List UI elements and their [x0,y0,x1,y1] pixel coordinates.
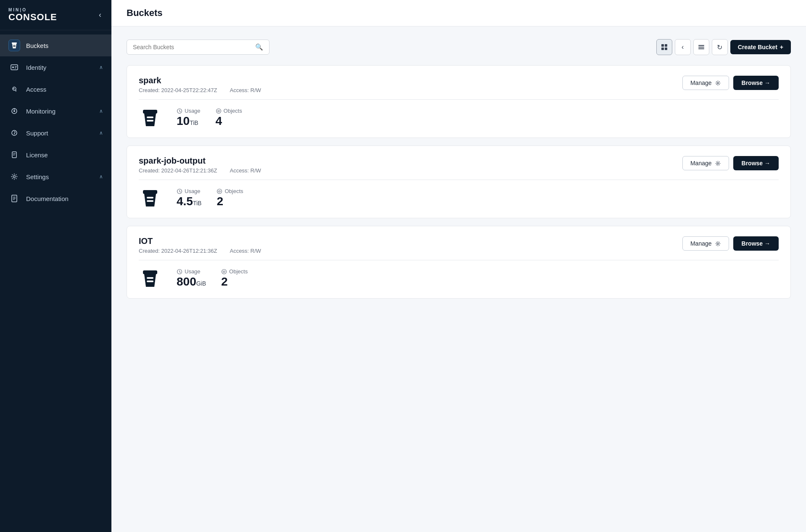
monitoring-icon [8,105,20,117]
support-chevron: ∧ [99,130,103,136]
manage-button-iot[interactable]: Manage [682,236,729,251]
svg-rect-27 [698,47,704,48]
sidebar-item-support[interactable]: Support ∧ [0,122,111,144]
bucket-card-header: spark-job-output Created: 2022-04-26T12:… [139,156,779,180]
sidebar-item-buckets[interactable]: Buckets [0,34,111,56]
access-icon [8,83,20,95]
objects-label: Objects [216,108,242,114]
svg-point-13 [12,130,17,135]
sidebar-item-documentation[interactable]: Documentation [0,188,111,209]
page-header: Buckets [111,0,806,26]
svg-rect-25 [665,48,667,50]
usage-icon [177,269,182,275]
search-icon: 🔍 [255,43,263,51]
svg-rect-15 [13,154,16,154]
bucket-meta: Created: 2022-04-26T12:21:36Z Access: R/… [139,167,261,174]
svg-point-11 [13,110,15,112]
svg-rect-26 [698,45,704,46]
bucket-meta: Created: 2022-04-26T12:21:36Z Access: R/… [139,248,261,254]
bucket-meta: Created: 2022-04-25T22:22:47Z Access: R/… [139,87,261,93]
svg-rect-37 [143,190,157,194]
objects-value: 4 [216,115,242,128]
manage-button-spark[interactable]: Manage [682,76,729,90]
svg-rect-5 [15,66,17,67]
sidebar-item-monitoring[interactable]: Monitoring ∧ [0,100,111,122]
bucket-access: Access: R/W [230,87,261,93]
settings-chevron: ∧ [99,174,103,180]
grid-view-button[interactable] [656,39,672,55]
search-input[interactable] [133,44,252,50]
documentation-icon [8,193,20,204]
bucket-stats: Usage 4.5TiB Objects 2 [139,187,779,209]
bucket-name: spark-job-output [139,156,261,166]
bucket-card-header: IOT Created: 2022-04-26T12:21:36Z Access… [139,236,779,260]
search-wrap: 🔍 [127,40,270,55]
create-bucket-button[interactable]: Create Bucket + [730,40,791,54]
usage-stat: Usage 800GiB [177,268,206,288]
objects-value: 2 [221,275,248,288]
usage-icon [177,188,182,194]
svg-rect-16 [13,155,15,155]
svg-rect-22 [661,44,664,47]
bucket-card-iot: IOT Created: 2022-04-26T12:21:36Z Access… [127,226,791,299]
usage-label: Usage [177,268,206,275]
bucket-created: Created: 2022-04-26T12:21:36Z [139,248,217,254]
bucket-name: spark [139,76,261,85]
bucket-info: spark-job-output Created: 2022-04-26T12:… [139,156,261,174]
logo: MIN|O CONSOLE [8,8,57,22]
usage-icon [177,108,182,114]
usage-stat: Usage 4.5TiB [177,188,201,208]
bucket-actions: Manage Browse → [682,76,779,90]
objects-icon [216,108,222,114]
bucket-icon-wrap [139,267,161,290]
bucket-card-header: spark Created: 2022-04-25T22:22:47Z Acce… [139,76,779,100]
bucket-info: IOT Created: 2022-04-26T12:21:36Z Access… [139,236,261,254]
refresh-button[interactable]: ↻ [712,39,728,55]
sidebar-item-access[interactable]: Access [0,78,111,100]
sidebar-collapse-button[interactable]: ‹ [97,9,103,21]
gear-icon [715,241,721,247]
bucket-actions: Manage Browse → [682,236,779,251]
browse-button-spark[interactable]: Browse → [733,76,779,90]
bucket-icon-wrap [139,187,161,209]
gear-icon [715,160,721,167]
nav-prev-button[interactable]: ‹ [675,39,691,55]
svg-rect-31 [147,116,153,118]
bucket-stats: Usage 800GiB Objects 2 [139,267,779,290]
objects-value: 2 [217,195,243,208]
svg-rect-28 [698,48,704,49]
sidebar: MIN|O CONSOLE ‹ Buckets [0,0,111,532]
sidebar-item-label-access: Access [26,86,103,93]
sidebar-header: MIN|O CONSOLE ‹ [0,0,111,30]
sidebar-item-label-settings: Settings [26,173,93,180]
svg-rect-30 [143,110,157,114]
sidebar-item-label-identity: Identity [26,64,93,71]
svg-rect-46 [147,281,153,282]
svg-rect-24 [661,48,664,50]
browse-button-spark-job-output[interactable]: Browse → [733,156,779,170]
svg-rect-1 [13,45,16,46]
usage-value: 4.5TiB [177,195,201,208]
svg-rect-44 [143,270,157,274]
manage-button-spark-job-output[interactable]: Manage [682,156,729,170]
sidebar-item-license[interactable]: License [0,144,111,166]
identity-icon [8,61,20,73]
svg-point-4 [12,66,14,68]
browse-button-iot[interactable]: Browse → [733,236,779,251]
bucket-actions: Manage Browse → [682,156,779,170]
bucket-icon [8,40,20,51]
sidebar-item-identity[interactable]: Identity ∧ [0,56,111,78]
sidebar-item-settings[interactable]: Settings ∧ [0,166,111,188]
svg-point-34 [216,109,221,113]
list-view-button[interactable] [693,39,709,55]
sidebar-nav: Buckets Identity ∧ [0,30,111,532]
bucket-icon [139,106,161,129]
bucket-list: spark Created: 2022-04-25T22:22:47Z Acce… [127,65,791,306]
svg-point-49 [223,271,225,273]
usage-label: Usage [177,108,201,114]
bucket-created: Created: 2022-04-25T22:22:47Z [139,87,217,93]
sidebar-item-label-support: Support [26,130,93,137]
svg-point-41 [217,189,222,193]
svg-point-43 [717,243,719,244]
create-bucket-plus-icon: + [780,44,783,50]
